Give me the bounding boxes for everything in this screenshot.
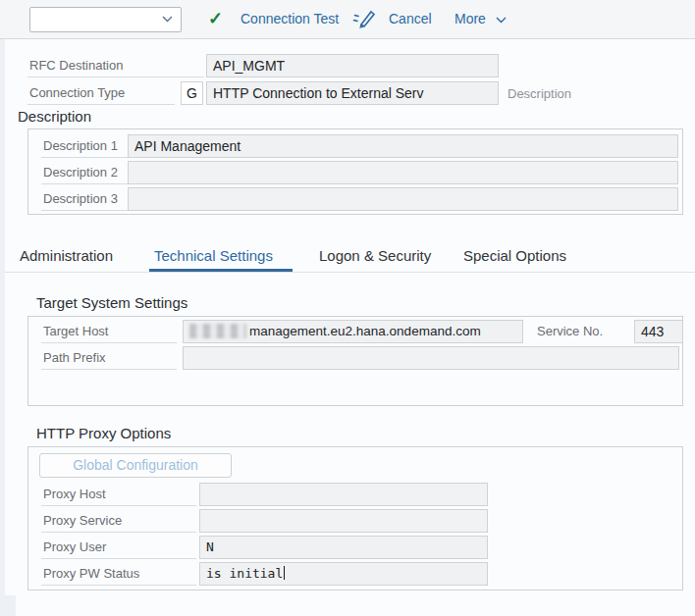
signature-pen-icon[interactable] <box>352 9 376 30</box>
connection-type-text-input[interactable]: HTTP Connection to External Serv <box>206 81 499 105</box>
active-tab-underline <box>149 269 293 272</box>
target-system-settings-title: Target System Settings <box>36 294 187 311</box>
command-field-dropdown[interactable] <box>29 7 182 32</box>
tab-logon-security[interactable]: Logon & Security <box>319 247 431 264</box>
target-host-label: Target Host <box>41 320 177 343</box>
chevron-down-icon <box>162 16 173 23</box>
connection-type-code-input[interactable]: G <box>181 81 203 105</box>
text-cursor <box>284 566 285 580</box>
proxy-pw-status-label: Proxy PW Status <box>41 562 196 586</box>
proxy-service-label: Proxy Service <box>41 509 196 533</box>
description-3-input[interactable] <box>128 187 678 211</box>
scrollbar-corner <box>0 595 16 616</box>
tab-technical-settings[interactable]: Technical Settings <box>154 247 273 264</box>
path-prefix-label: Path Prefix <box>41 346 177 370</box>
description-2-label: Description 2 <box>41 161 128 184</box>
http-proxy-options-title: HTTP Proxy Options <box>36 425 171 441</box>
chevron-down-icon <box>496 17 507 24</box>
toolbar: ✓ Connection Test Cancel More <box>0 0 695 39</box>
proxy-user-label: Proxy User <box>41 536 196 559</box>
confirm-checkmark-icon[interactable]: ✓ <box>208 8 223 29</box>
description-side-label: Description <box>508 86 571 101</box>
rfc-destination-screen: ✓ Connection Test Cancel More RFC Destin… <box>0 0 695 616</box>
description-3-label: Description 3 <box>41 187 128 211</box>
description-2-input[interactable] <box>128 161 678 184</box>
tab-special-options[interactable]: Special Options <box>463 247 566 264</box>
proxy-pw-status-value: is initial <box>206 566 283 581</box>
rfc-destination-input[interactable]: API_MGMT <box>206 54 499 77</box>
left-gutter <box>0 39 5 616</box>
tab-administration[interactable]: Administration <box>20 247 113 264</box>
target-host-input[interactable]: management.eu2.hana.ondemand.com <box>183 320 523 343</box>
cancel-button[interactable]: Cancel <box>389 11 432 26</box>
service-no-input[interactable]: 443 <box>634 320 683 343</box>
proxy-host-label: Proxy Host <box>41 483 196 506</box>
description-1-input[interactable]: API Management <box>128 134 678 158</box>
rfc-destination-label: RFC Destination <box>27 54 204 77</box>
connection-type-label: Connection Type <box>27 81 175 105</box>
description-section-title: Description <box>18 108 91 125</box>
proxy-pw-status-input[interactable]: is initial <box>199 562 488 586</box>
service-no-label: Service No. <box>535 320 628 343</box>
target-host-value: management.eu2.hana.ondemand.com <box>249 324 481 338</box>
proxy-host-input[interactable] <box>199 483 488 506</box>
connection-test-button[interactable]: Connection Test <box>241 11 339 26</box>
description-1-label: Description 1 <box>41 134 128 158</box>
redacted-blur <box>189 324 246 338</box>
more-button[interactable]: More <box>454 11 507 26</box>
path-prefix-input[interactable] <box>183 346 679 370</box>
more-button-label: More <box>454 11 486 26</box>
global-configuration-button[interactable]: Global Configuration <box>39 453 232 478</box>
tab-divider <box>5 272 695 273</box>
proxy-user-input[interactable]: N <box>199 536 488 559</box>
proxy-service-input[interactable] <box>199 509 488 533</box>
